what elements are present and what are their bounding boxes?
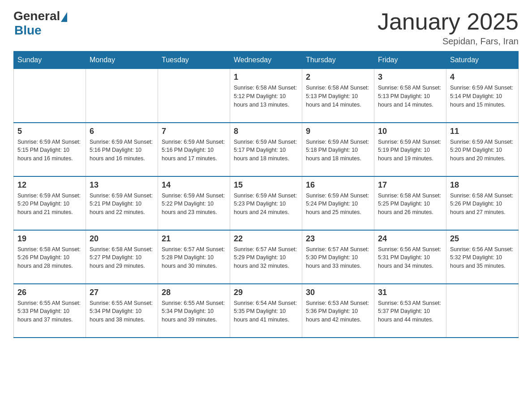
- day-number: 30: [306, 288, 370, 297]
- day-number: 11: [450, 127, 515, 136]
- day-info: Sunrise: 6:53 AM Sunset: 5:37 PM Dayligh…: [378, 299, 442, 324]
- day-number: 9: [306, 127, 370, 136]
- header-cell-saturday: Saturday: [446, 51, 519, 69]
- day-info: Sunrise: 6:57 AM Sunset: 5:28 PM Dayligh…: [162, 245, 226, 270]
- day-info: Sunrise: 6:56 AM Sunset: 5:31 PM Dayligh…: [378, 245, 442, 270]
- calendar-cell: 11Sunrise: 6:59 AM Sunset: 5:20 PM Dayli…: [446, 123, 519, 176]
- day-number: 2: [306, 73, 370, 82]
- week-row-3: 12Sunrise: 6:59 AM Sunset: 5:20 PM Dayli…: [14, 176, 519, 230]
- calendar-cell: [86, 69, 158, 123]
- logo-triangle-icon: [61, 12, 67, 22]
- day-info: Sunrise: 6:59 AM Sunset: 5:16 PM Dayligh…: [90, 138, 154, 163]
- day-info: Sunrise: 6:59 AM Sunset: 5:21 PM Dayligh…: [90, 192, 154, 217]
- day-number: 27: [90, 288, 154, 297]
- calendar-cell: 26Sunrise: 6:55 AM Sunset: 5:33 PM Dayli…: [14, 284, 86, 338]
- day-number: 16: [306, 180, 370, 190]
- calendar-cell: 14Sunrise: 6:59 AM Sunset: 5:22 PM Dayli…: [158, 176, 230, 230]
- day-info: Sunrise: 6:58 AM Sunset: 5:13 PM Dayligh…: [378, 84, 442, 109]
- day-number: 3: [378, 73, 442, 82]
- calendar-cell: 2Sunrise: 6:58 AM Sunset: 5:13 PM Daylig…: [302, 69, 374, 123]
- calendar-cell: 10Sunrise: 6:59 AM Sunset: 5:19 PM Dayli…: [374, 123, 446, 176]
- day-info: Sunrise: 6:53 AM Sunset: 5:36 PM Dayligh…: [306, 299, 370, 324]
- day-number: 5: [17, 127, 82, 136]
- main-title: January 2025: [378, 9, 519, 34]
- calendar-cell: 24Sunrise: 6:56 AM Sunset: 5:31 PM Dayli…: [374, 230, 446, 284]
- day-number: 13: [90, 180, 154, 190]
- calendar-cell: 5Sunrise: 6:59 AM Sunset: 5:15 PM Daylig…: [14, 123, 86, 176]
- day-info: Sunrise: 6:55 AM Sunset: 5:33 PM Dayligh…: [17, 299, 82, 324]
- day-info: Sunrise: 6:59 AM Sunset: 5:19 PM Dayligh…: [378, 138, 442, 163]
- header-cell-thursday: Thursday: [302, 51, 374, 69]
- day-number: 26: [17, 288, 82, 297]
- day-number: 24: [378, 234, 442, 244]
- calendar-cell: 7Sunrise: 6:59 AM Sunset: 5:16 PM Daylig…: [158, 123, 230, 176]
- calendar-cell: 27Sunrise: 6:55 AM Sunset: 5:34 PM Dayli…: [86, 284, 158, 338]
- title-area: January 2025 Sepidan, Fars, Iran: [378, 9, 519, 47]
- calendar-cell: 22Sunrise: 6:57 AM Sunset: 5:29 PM Dayli…: [230, 230, 302, 284]
- day-number: 31: [378, 288, 442, 297]
- day-number: 28: [162, 288, 226, 297]
- day-number: 29: [234, 288, 298, 297]
- day-number: 10: [378, 127, 442, 136]
- day-number: 25: [450, 234, 515, 244]
- subtitle: Sepidan, Fars, Iran: [378, 36, 519, 47]
- day-info: Sunrise: 6:58 AM Sunset: 5:27 PM Dayligh…: [90, 245, 154, 270]
- calendar-cell: [446, 284, 519, 338]
- day-number: 4: [450, 73, 515, 82]
- day-info: Sunrise: 6:58 AM Sunset: 5:26 PM Dayligh…: [450, 192, 515, 217]
- week-row-2: 5Sunrise: 6:59 AM Sunset: 5:15 PM Daylig…: [14, 123, 519, 176]
- calendar-cell: 19Sunrise: 6:58 AM Sunset: 5:26 PM Dayli…: [14, 230, 86, 284]
- day-info: Sunrise: 6:55 AM Sunset: 5:34 PM Dayligh…: [90, 299, 154, 324]
- day-info: Sunrise: 6:58 AM Sunset: 5:26 PM Dayligh…: [17, 245, 82, 270]
- day-number: 22: [234, 234, 298, 244]
- day-info: Sunrise: 6:59 AM Sunset: 5:14 PM Dayligh…: [450, 84, 515, 109]
- header-row: SundayMondayTuesdayWednesdayThursdayFrid…: [14, 51, 519, 69]
- day-info: Sunrise: 6:56 AM Sunset: 5:32 PM Dayligh…: [450, 245, 515, 270]
- header-cell-monday: Monday: [86, 51, 158, 69]
- day-info: Sunrise: 6:59 AM Sunset: 5:16 PM Dayligh…: [162, 138, 226, 163]
- week-row-4: 19Sunrise: 6:58 AM Sunset: 5:26 PM Dayli…: [14, 230, 519, 284]
- header-cell-wednesday: Wednesday: [230, 51, 302, 69]
- calendar-cell: [158, 69, 230, 123]
- day-info: Sunrise: 6:59 AM Sunset: 5:22 PM Dayligh…: [162, 192, 226, 217]
- calendar-cell: 21Sunrise: 6:57 AM Sunset: 5:28 PM Dayli…: [158, 230, 230, 284]
- calendar-cell: 20Sunrise: 6:58 AM Sunset: 5:27 PM Dayli…: [86, 230, 158, 284]
- calendar-cell: 28Sunrise: 6:55 AM Sunset: 5:34 PM Dayli…: [158, 284, 230, 338]
- calendar-cell: 13Sunrise: 6:59 AM Sunset: 5:21 PM Dayli…: [86, 176, 158, 230]
- day-number: 15: [234, 180, 298, 190]
- day-info: Sunrise: 6:57 AM Sunset: 5:29 PM Dayligh…: [234, 245, 298, 270]
- week-row-5: 26Sunrise: 6:55 AM Sunset: 5:33 PM Dayli…: [14, 284, 519, 338]
- day-info: Sunrise: 6:55 AM Sunset: 5:34 PM Dayligh…: [162, 299, 226, 324]
- day-info: Sunrise: 6:58 AM Sunset: 5:13 PM Dayligh…: [306, 84, 370, 109]
- calendar-cell: [14, 69, 86, 123]
- calendar-cell: 15Sunrise: 6:59 AM Sunset: 5:23 PM Dayli…: [230, 176, 302, 230]
- calendar-cell: 29Sunrise: 6:54 AM Sunset: 5:35 PM Dayli…: [230, 284, 302, 338]
- day-number: 7: [162, 127, 226, 136]
- day-number: 19: [17, 234, 82, 244]
- page-header: General Blue January 2025 Sepidan, Fars,…: [13, 9, 519, 47]
- calendar-cell: 23Sunrise: 6:57 AM Sunset: 5:30 PM Dayli…: [302, 230, 374, 284]
- calendar-cell: 6Sunrise: 6:59 AM Sunset: 5:16 PM Daylig…: [86, 123, 158, 176]
- day-info: Sunrise: 6:59 AM Sunset: 5:20 PM Dayligh…: [450, 138, 515, 163]
- calendar-cell: 8Sunrise: 6:59 AM Sunset: 5:17 PM Daylig…: [230, 123, 302, 176]
- day-info: Sunrise: 6:58 AM Sunset: 5:25 PM Dayligh…: [378, 192, 442, 217]
- calendar-cell: 18Sunrise: 6:58 AM Sunset: 5:26 PM Dayli…: [446, 176, 519, 230]
- calendar-cell: 16Sunrise: 6:59 AM Sunset: 5:24 PM Dayli…: [302, 176, 374, 230]
- day-number: 17: [378, 180, 442, 190]
- day-number: 20: [90, 234, 154, 244]
- calendar-cell: 1Sunrise: 6:58 AM Sunset: 5:12 PM Daylig…: [230, 69, 302, 123]
- day-number: 6: [90, 127, 154, 136]
- calendar-cell: 12Sunrise: 6:59 AM Sunset: 5:20 PM Dayli…: [14, 176, 86, 230]
- calendar-cell: 31Sunrise: 6:53 AM Sunset: 5:37 PM Dayli…: [374, 284, 446, 338]
- day-info: Sunrise: 6:59 AM Sunset: 5:24 PM Dayligh…: [306, 192, 370, 217]
- day-info: Sunrise: 6:59 AM Sunset: 5:15 PM Dayligh…: [17, 138, 82, 163]
- day-info: Sunrise: 6:57 AM Sunset: 5:30 PM Dayligh…: [306, 245, 370, 270]
- logo: General Blue: [13, 9, 67, 38]
- day-number: 18: [450, 180, 515, 190]
- logo-general-text: General: [13, 9, 60, 23]
- day-info: Sunrise: 6:59 AM Sunset: 5:17 PM Dayligh…: [234, 138, 298, 163]
- calendar-cell: 9Sunrise: 6:59 AM Sunset: 5:18 PM Daylig…: [302, 123, 374, 176]
- header-cell-friday: Friday: [374, 51, 446, 69]
- calendar-cell: 3Sunrise: 6:58 AM Sunset: 5:13 PM Daylig…: [374, 69, 446, 123]
- week-row-1: 1Sunrise: 6:58 AM Sunset: 5:12 PM Daylig…: [14, 69, 519, 123]
